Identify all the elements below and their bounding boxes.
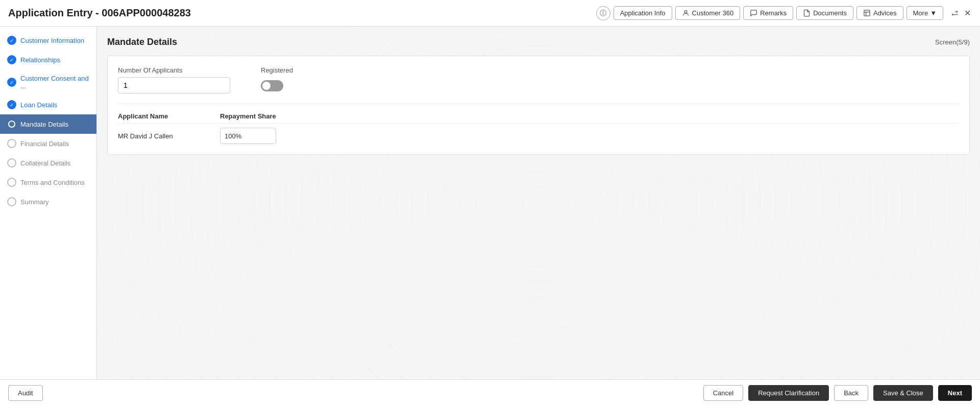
main-layout: ✓ Customer Information ✓ Relationships ✓… — [0, 27, 980, 379]
sidebar-item-mandate-details[interactable]: Mandate Details — [0, 114, 96, 134]
cancel-label: Cancel — [713, 389, 733, 397]
step-icon-summary — [7, 197, 16, 206]
registered-toggle[interactable] — [261, 80, 283, 91]
applicant-section: Applicant Name Repayment Share MR David … — [118, 112, 959, 144]
documents-label: Documents — [813, 9, 847, 17]
content-area: Mandate Details Screen(5/9) Number Of Ap… — [97, 27, 980, 379]
customer-360-button[interactable]: Customer 360 — [675, 6, 741, 20]
sidebar-label-financial-details: Financial Details — [20, 140, 89, 148]
sidebar-label-summary: Summary — [20, 198, 89, 206]
footer-left: Audit — [8, 385, 43, 401]
content-inner: Mandate Details Screen(5/9) Number Of Ap… — [97, 27, 980, 173]
info-icon-button[interactable]: ⓘ — [596, 6, 610, 20]
applicant-share-cell: ▲ ▼ — [220, 128, 302, 144]
toggle-slider[interactable] — [261, 80, 283, 91]
sidebar-item-collateral-details[interactable]: Collateral Details — [0, 153, 96, 173]
close-button[interactable]: ✕ — [963, 7, 972, 19]
sidebar-label-relationships: Relationships — [20, 56, 89, 64]
registered-toggle-wrapper — [261, 80, 293, 91]
header-actions: ⓘ Application Info Customer 360 Remarks … — [596, 6, 972, 20]
request-clarification-button[interactable]: Request Clarification — [748, 385, 829, 401]
advices-button[interactable]: Advices — [856, 6, 903, 20]
more-label: More — [913, 9, 928, 17]
cancel-button[interactable]: Cancel — [703, 385, 743, 401]
sidebar-item-terms-conditions[interactable]: Terms and Conditions — [0, 173, 96, 192]
window-controls: ⥄ ✕ — [950, 7, 972, 19]
customer-360-icon — [682, 9, 690, 17]
footer: Audit Cancel Request Clarification Back … — [0, 379, 980, 406]
save-close-label: Save & Close — [883, 389, 923, 397]
back-label: Back — [844, 389, 859, 397]
sidebar-label-customer-information: Customer Information — [20, 37, 89, 44]
audit-button[interactable]: Audit — [8, 385, 43, 401]
svg-rect-1 — [864, 10, 870, 16]
divider — [118, 104, 959, 104]
number-of-applicants-label: Number Of Applicants — [118, 66, 230, 74]
step-icon-customer-information: ✓ — [7, 36, 16, 45]
application-info-label: Application Info — [620, 9, 666, 17]
screen-indicator: Screen(5/9) — [935, 38, 970, 46]
form-row-top: Number Of Applicants Registered — [118, 66, 959, 93]
col-header-applicant-name: Applicant Name — [118, 112, 220, 120]
number-of-applicants-input[interactable] — [118, 77, 230, 93]
application-info-button[interactable]: Application Info — [614, 6, 672, 20]
repayment-share-input[interactable] — [220, 132, 276, 140]
more-chevron-icon: ▼ — [930, 9, 937, 17]
more-button[interactable]: More ▼ — [906, 6, 944, 20]
request-clarification-label: Request Clarification — [758, 389, 819, 397]
maximize-button[interactable]: ⥄ — [950, 7, 959, 19]
customer-360-label: Customer 360 — [692, 9, 734, 17]
sidebar-item-relationships[interactable]: ✓ Relationships — [0, 50, 96, 69]
applicants-card: Number Of Applicants Registered — [107, 56, 970, 155]
header: Application Entry - 006APP000048283 ⓘ Ap… — [0, 0, 980, 27]
sidebar-item-financial-details[interactable]: Financial Details — [0, 134, 96, 153]
next-button[interactable]: Next — [938, 385, 972, 401]
content-header: Mandate Details Screen(5/9) — [107, 37, 970, 47]
applicant-name-value: MR David J Callen — [118, 132, 173, 140]
step-icon-mandate-details — [8, 121, 15, 128]
table-row: MR David J Callen ▲ ▼ — [118, 128, 959, 144]
documents-icon — [803, 9, 811, 17]
applicant-table-header: Applicant Name Repayment Share — [118, 112, 959, 124]
sidebar-label-collateral-details: Collateral Details — [20, 159, 89, 167]
form-group-applicants: Number Of Applicants — [118, 66, 230, 93]
advices-icon — [863, 9, 871, 17]
step-icon-relationships: ✓ — [7, 55, 16, 64]
step-icon-terms-conditions — [7, 178, 16, 187]
remarks-label: Remarks — [760, 9, 787, 17]
svg-point-0 — [684, 11, 687, 13]
sidebar-item-customer-information[interactable]: ✓ Customer Information — [0, 31, 96, 50]
remarks-button[interactable]: Remarks — [743, 6, 793, 20]
documents-button[interactable]: Documents — [796, 6, 853, 20]
sidebar-item-customer-consent[interactable]: ✓ Customer Consent and ... — [0, 69, 96, 95]
content-title: Mandate Details — [107, 37, 177, 47]
advices-label: Advices — [873, 9, 897, 17]
sidebar: ✓ Customer Information ✓ Relationships ✓… — [0, 27, 97, 379]
registered-label: Registered — [261, 66, 293, 74]
footer-right: Cancel Request Clarification Back Save &… — [703, 385, 972, 401]
save-close-button[interactable]: Save & Close — [873, 385, 933, 401]
repayment-share-spinner[interactable]: ▲ ▼ — [220, 128, 276, 144]
sidebar-label-loan-details: Loan Details — [20, 101, 89, 109]
step-icon-customer-consent: ✓ — [7, 78, 16, 87]
audit-label: Audit — [18, 389, 33, 397]
sidebar-item-loan-details[interactable]: ✓ Loan Details — [0, 95, 96, 114]
remarks-icon — [750, 9, 757, 17]
step-icon-collateral-details — [7, 158, 16, 168]
col-header-repayment-share: Repayment Share — [220, 112, 302, 120]
next-label: Next — [948, 389, 962, 397]
applicant-name-cell: MR David J Callen — [118, 130, 220, 142]
sidebar-label-customer-consent: Customer Consent and ... — [20, 75, 89, 90]
page-title: Application Entry - 006APP000048283 — [8, 7, 191, 19]
sidebar-label-mandate-details: Mandate Details — [20, 121, 89, 128]
sidebar-item-summary[interactable]: Summary — [0, 192, 96, 211]
step-icon-loan-details: ✓ — [7, 100, 16, 109]
step-icon-financial-details — [7, 139, 16, 148]
back-button[interactable]: Back — [834, 385, 868, 401]
form-group-registered: Registered — [261, 66, 293, 91]
sidebar-label-terms-conditions: Terms and Conditions — [20, 179, 89, 186]
